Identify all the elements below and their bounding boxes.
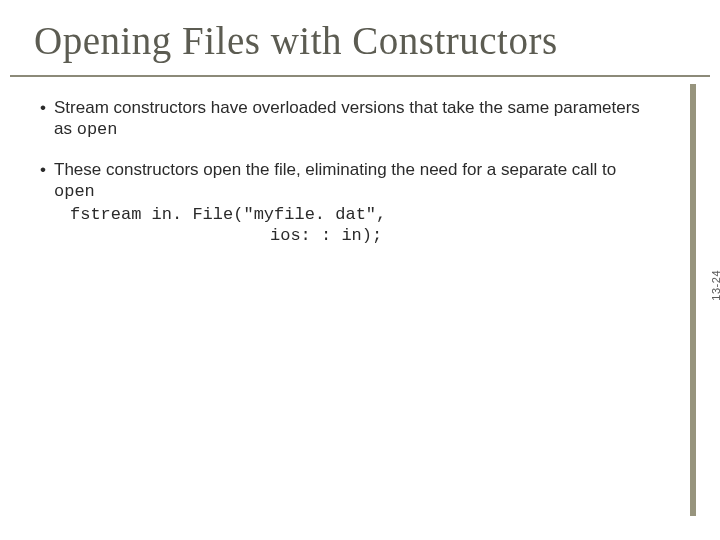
bullet-text: Stream constructors have overloaded vers… bbox=[54, 97, 660, 141]
code-block: fstream in. File("myfile. dat", ios: : i… bbox=[70, 204, 660, 247]
side-accent-bar bbox=[690, 84, 696, 516]
slide-title: Opening Files with Constructors bbox=[34, 18, 686, 63]
bullet-keyword: open bbox=[54, 182, 95, 201]
bullet-item: • These constructors open the file, elim… bbox=[38, 159, 660, 247]
bullet-item: • Stream constructors have overloaded ve… bbox=[38, 97, 660, 141]
bullet-keyword: open bbox=[77, 120, 118, 139]
bullet-text: These constructors open the file, elimin… bbox=[54, 159, 660, 247]
bullet-pre: Stream constructors have overloaded vers… bbox=[54, 98, 640, 138]
bullet-dot-icon: • bbox=[38, 159, 48, 180]
code-line: fstream in. File("myfile. dat", bbox=[70, 204, 660, 225]
code-line: ios: : in); bbox=[270, 225, 660, 246]
bullet-dot-icon: • bbox=[38, 97, 48, 118]
slide: Opening Files with Constructors • Stream… bbox=[0, 0, 720, 540]
bullet-pre: These constructors open the file, elimin… bbox=[54, 160, 616, 179]
page-number: 13-24 bbox=[710, 270, 720, 301]
content-area: • Stream constructors have overloaded ve… bbox=[0, 77, 720, 247]
title-area: Opening Files with Constructors bbox=[0, 0, 720, 71]
